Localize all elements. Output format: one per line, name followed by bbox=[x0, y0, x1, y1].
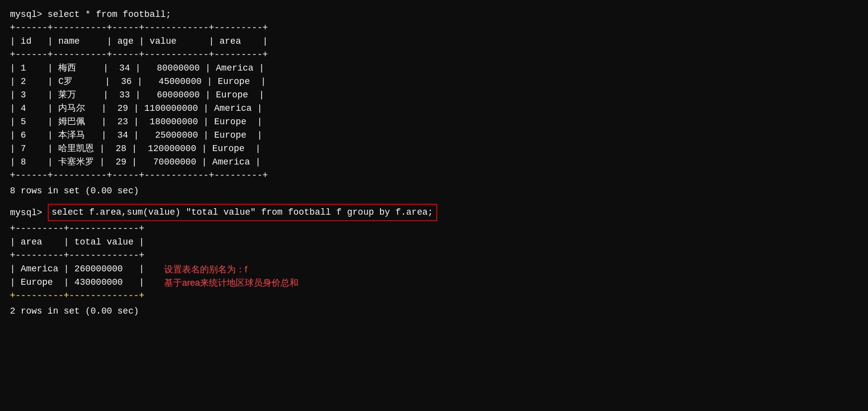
divider2: +------+----------+-----+------------+--… bbox=[10, 48, 858, 62]
query2-box: select f.area,sum(value) "total value" f… bbox=[48, 204, 437, 221]
annotation-line2: 基于area来统计地区球员身价总和 bbox=[164, 277, 298, 289]
table-row: | 1 | 梅西 | 34 | 80000000 | America | bbox=[10, 62, 858, 75]
table-row: | 3 | 莱万 | 33 | 60000000 | Europe | bbox=[10, 88, 858, 102]
table-row: | 8 | 卡塞米罗 | 29 | 70000000 | America | bbox=[10, 156, 858, 169]
table-row: | 4 | 内马尔 | 29 | 1100000000 | America | bbox=[10, 102, 858, 115]
annotation-line1: 设置表名的别名为：f bbox=[164, 263, 247, 275]
divider5: +---------+-------------+ bbox=[10, 249, 858, 262]
divider4: +---------+-------------+ bbox=[10, 222, 858, 236]
query1-line: mysql> select * from football; bbox=[10, 8, 858, 21]
america-row: | America | 260000000 | bbox=[10, 262, 144, 276]
table-row: | 5 | 姆巴佩 | 23 | 180000000 | Europe | bbox=[10, 115, 858, 129]
divider3: +------+----------+-----+------------+--… bbox=[10, 169, 858, 182]
table-header: | id | name | age | value | area | bbox=[10, 35, 858, 48]
query2-text: select f.area,sum(value) "total value" f… bbox=[52, 207, 433, 217]
result2: 2 rows in set (0.00 sec) bbox=[10, 305, 858, 318]
result1: 8 rows in set (0.00 sec) bbox=[10, 184, 858, 198]
divider1: +------+----------+-----+------------+--… bbox=[10, 21, 858, 35]
table-row: | 6 | 本泽马 | 34 | 25000000 | Europe | bbox=[10, 129, 858, 142]
query2-prompt: mysql> bbox=[10, 206, 48, 220]
europe-row: | Europe | 430000000 | bbox=[10, 276, 144, 289]
table-row: | 7 | 哈里凯恩 | 28 | 120000000 | Europe | bbox=[10, 142, 858, 156]
divider6: +---------+-------------+ bbox=[10, 289, 858, 303]
table-row: | 2 | C罗 | 36 | 45000000 | Europe | bbox=[10, 75, 858, 88]
terminal-container: mysql> select * from football; +------+-… bbox=[10, 8, 858, 318]
table2-header: | area | total value | bbox=[10, 236, 858, 249]
